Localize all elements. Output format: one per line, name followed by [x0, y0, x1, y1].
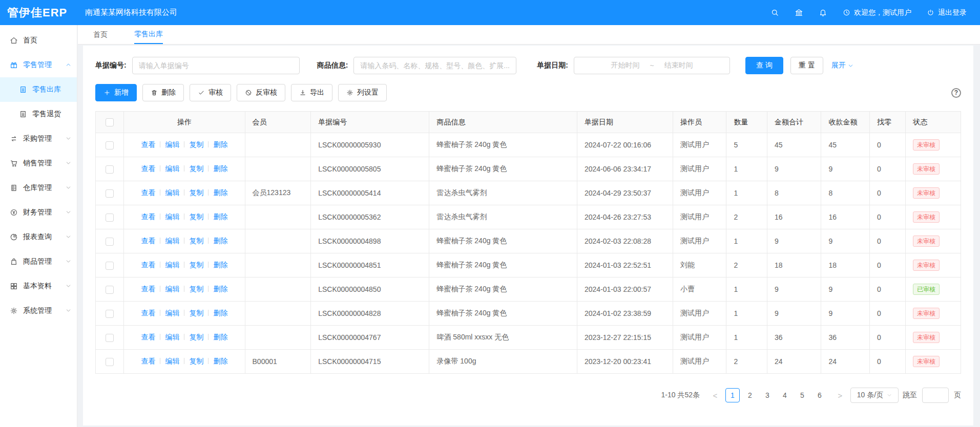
bell-icon[interactable] — [819, 8, 827, 17]
help-icon[interactable]: ? — [951, 88, 961, 98]
action-delete-link[interactable]: 删除 — [213, 140, 227, 148]
action-delete-link[interactable]: 删除 — [213, 212, 227, 221]
row-checkbox[interactable] — [106, 141, 114, 150]
reset-button[interactable]: 重 置 — [790, 57, 823, 74]
tab-retail-outbound[interactable]: 零售出库 — [134, 25, 163, 44]
page-button-1[interactable]: 1 — [725, 388, 740, 402]
prev-page-button[interactable]: < — [709, 391, 721, 400]
action-delete-link[interactable]: 删除 — [213, 285, 227, 293]
row-checkbox[interactable] — [106, 310, 114, 318]
sidebar-item-retail[interactable]: 零售管理 — [0, 53, 77, 77]
sidebar-item-purchase[interactable]: 采购管理 — [0, 126, 77, 151]
action-view-link[interactable]: 查看 — [141, 237, 155, 245]
action-edit-link[interactable]: 编辑 — [165, 212, 179, 221]
action-delete-link[interactable]: 删除 — [213, 309, 227, 317]
action-view-link[interactable]: 查看 — [141, 261, 155, 269]
welcome-user[interactable]: 欢迎您，测试用户 — [843, 8, 911, 17]
sidebar-item-product[interactable]: 商品管理 — [0, 249, 77, 274]
action-separator — [184, 334, 184, 340]
action-view-link[interactable]: 查看 — [141, 164, 155, 173]
select-all-checkbox[interactable] — [106, 118, 114, 126]
action-copy-link[interactable]: 复制 — [189, 309, 203, 317]
action-copy-link[interactable]: 复制 — [189, 237, 203, 245]
action-separator — [160, 286, 160, 292]
row-checkbox[interactable] — [106, 286, 114, 294]
add-button[interactable]: 新增 — [95, 84, 137, 101]
sidebar-item-retail-return[interactable]: 零售退货 — [0, 102, 77, 126]
action-copy-link[interactable]: 复制 — [189, 357, 203, 365]
action-copy-link[interactable]: 复制 — [189, 261, 203, 269]
action-view-link[interactable]: 查看 — [141, 188, 155, 197]
action-delete-link[interactable]: 删除 — [213, 164, 227, 173]
action-copy-link[interactable]: 复制 — [189, 140, 203, 148]
search-icon[interactable] — [770, 8, 779, 17]
sidebar-item-warehouse[interactable]: 仓库管理 — [0, 176, 77, 200]
action-edit-link[interactable]: 编辑 — [165, 140, 179, 148]
date-end-placeholder: 结束时间 — [664, 61, 693, 70]
doc-no-input[interactable] — [132, 57, 300, 74]
page-button-3[interactable]: 3 — [760, 389, 775, 403]
next-page-button[interactable]: > — [834, 391, 846, 400]
export-button[interactable]: 导出 — [291, 84, 332, 101]
action-view-link[interactable]: 查看 — [141, 357, 155, 365]
power-icon — [927, 9, 934, 16]
action-copy-link[interactable]: 复制 — [189, 212, 203, 221]
action-edit-link[interactable]: 编辑 — [165, 188, 179, 197]
action-view-link[interactable]: 查看 — [141, 285, 155, 293]
action-edit-link[interactable]: 编辑 — [165, 261, 179, 269]
row-checkbox[interactable] — [106, 334, 114, 342]
sidebar-item-finance[interactable]: 财务管理 — [0, 200, 77, 225]
action-edit-link[interactable]: 编辑 — [165, 237, 179, 245]
sidebar-item-basic[interactable]: 基本资料 — [0, 274, 77, 298]
search-button[interactable]: 查 询 — [745, 57, 783, 74]
action-edit-link[interactable]: 编辑 — [165, 333, 179, 341]
action-delete-link[interactable]: 删除 — [213, 357, 227, 365]
row-checkbox[interactable] — [106, 189, 114, 198]
action-edit-link[interactable]: 编辑 — [165, 309, 179, 317]
column-settings-button[interactable]: 列设置 — [338, 84, 387, 101]
sidebar-item-report[interactable]: 报表查询 — [0, 225, 77, 249]
audit-button[interactable]: 审核 — [190, 84, 231, 101]
product-info-input[interactable] — [353, 57, 516, 74]
sidebar-item-retail-outbound[interactable]: 零售出库 — [0, 77, 77, 102]
action-delete-link[interactable]: 删除 — [213, 188, 227, 197]
action-delete-link[interactable]: 删除 — [213, 237, 227, 245]
action-copy-link[interactable]: 复制 — [189, 164, 203, 173]
row-checkbox[interactable] — [106, 358, 114, 366]
jump-page-input[interactable] — [922, 388, 949, 403]
action-edit-link[interactable]: 编辑 — [165, 164, 179, 173]
logout-button[interactable]: 退出登录 — [927, 8, 967, 17]
action-delete-link[interactable]: 删除 — [213, 261, 227, 269]
action-view-link[interactable]: 查看 — [141, 309, 155, 317]
unaudit-button[interactable]: 反审核 — [237, 84, 285, 101]
date-range-input[interactable]: 开始时间 ~ 结束时间 — [574, 57, 730, 74]
delete-button[interactable]: 删除 — [142, 84, 184, 101]
sidebar-item-sales[interactable]: 销售管理 — [0, 151, 77, 176]
page-button-6[interactable]: 6 — [812, 389, 827, 403]
action-delete-link[interactable]: 删除 — [213, 333, 227, 341]
page-button-5[interactable]: 5 — [795, 389, 809, 403]
action-copy-link[interactable]: 复制 — [189, 285, 203, 293]
row-checkbox[interactable] — [106, 262, 114, 270]
app-logo[interactable]: 管伊佳ERP — [7, 5, 78, 20]
expand-link[interactable]: 展开 — [831, 61, 853, 70]
action-copy-link[interactable]: 复制 — [189, 333, 203, 341]
bank-icon[interactable] — [795, 8, 803, 17]
sales-icon — [10, 159, 18, 167]
action-view-link[interactable]: 查看 — [141, 140, 155, 148]
pagination: 1-10 共52条 < 123456 > 10 条/页 跳至 页 — [95, 388, 961, 403]
tab-home[interactable]: 首页 — [93, 25, 108, 44]
row-checkbox[interactable] — [106, 165, 114, 174]
row-checkbox[interactable] — [106, 214, 114, 222]
page-button-2[interactable]: 2 — [743, 389, 757, 403]
action-view-link[interactable]: 查看 — [141, 333, 155, 341]
action-edit-link[interactable]: 编辑 — [165, 357, 179, 365]
page-button-4[interactable]: 4 — [778, 389, 792, 403]
sidebar-item-home[interactable]: 首页 — [0, 28, 77, 53]
page-size-select[interactable]: 10 条/页 — [850, 388, 899, 403]
sidebar-item-system[interactable]: 系统管理 — [0, 298, 77, 323]
action-copy-link[interactable]: 复制 — [189, 188, 203, 197]
action-edit-link[interactable]: 编辑 — [165, 285, 179, 293]
action-view-link[interactable]: 查看 — [141, 212, 155, 221]
row-checkbox[interactable] — [106, 238, 114, 246]
